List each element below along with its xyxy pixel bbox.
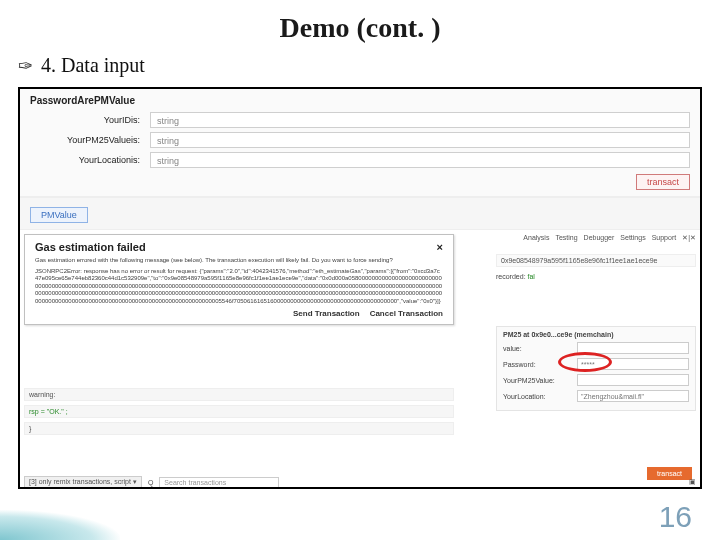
side-panel: 0x9e08548979a595f1165e8e96fc1f1ee1ae1ece… [496, 254, 696, 282]
modal-close-button[interactable]: × [437, 241, 443, 253]
pm25-value-label: value: [503, 345, 573, 352]
pm25-pm25value-field[interactable] [577, 374, 689, 386]
bullet-text: 4. Data input [41, 54, 145, 77]
pm25-pm25value-label: YourPM25Value: [503, 377, 573, 384]
cancel-transaction-button[interactable]: Cancel Transaction [370, 309, 443, 318]
search-input[interactable]: Search transactions [159, 477, 279, 488]
label-your-id: YourIDis: [30, 115, 150, 125]
label-pm25: YourPM25Valueis: [30, 135, 150, 145]
tab-debugger[interactable]: Debugger [584, 234, 615, 242]
form-row-pm25: YourPM25Valueis: string [30, 132, 690, 148]
pm25-value-field[interactable] [577, 342, 689, 354]
modal-body: Gas estimation errored with the followin… [35, 257, 443, 305]
form-panel: PasswordArePMValue YourIDis: string Your… [20, 89, 700, 197]
transact-button[interactable]: transact [636, 174, 690, 190]
screenshot-box: PasswordArePMValue YourIDis: string Your… [18, 87, 702, 489]
console-ok: rsp = "OK." ; [24, 405, 454, 418]
lower-area: Analysis Testing Debugger Settings Suppo… [20, 230, 700, 489]
bullet-row: ✑ 4. Data input [0, 50, 720, 87]
pm25-title: PM25 at 0x9e0...ce9e (memchain) [503, 331, 689, 338]
label-location: YourLocationis: [30, 155, 150, 165]
remix-tabs: Analysis Testing Debugger Settings Suppo… [523, 234, 696, 242]
side-address: 0x9e08548979a595f1165e8e96fc1f1ee1ae1ece… [496, 254, 696, 267]
form-row-location: YourLocationis: string [30, 152, 690, 168]
expand-icon[interactable]: ▣ [689, 478, 696, 486]
transact-row: transact [30, 172, 690, 194]
pm25-panel: PM25 at 0x9e0...ce9e (memchain) value: P… [496, 326, 696, 411]
console-area: warning: rsp = "OK." ; } [24, 388, 454, 439]
pm25-password-field[interactable]: ***** [577, 358, 689, 370]
bottom-bar: [3] only remix transactions, script ▾ Q … [24, 476, 696, 488]
page-number: 16 [659, 500, 692, 534]
pmvalue-row: PMValue [20, 197, 700, 230]
input-pm25[interactable]: string [150, 132, 690, 148]
tab-settings[interactable]: Settings [620, 234, 645, 242]
console-warning: warning: [24, 388, 454, 401]
input-location[interactable]: string [150, 152, 690, 168]
tab-testing[interactable]: Testing [555, 234, 577, 242]
modal-title: Gas estimation failed [35, 241, 146, 253]
close-icon[interactable]: ✕|✕ [682, 234, 696, 242]
input-your-id[interactable]: string [150, 112, 690, 128]
recorded-label: recorded: fal [496, 273, 696, 280]
pmvalue-button[interactable]: PMValue [30, 207, 88, 223]
form-panel-title: PasswordArePMValue [30, 95, 690, 106]
console-brace: } [24, 422, 454, 435]
search-icon: Q [148, 479, 153, 486]
slide-title: Demo (cont. ) [0, 0, 720, 50]
pm25-location-label: YourLocation: [503, 393, 573, 400]
send-transaction-button[interactable]: Send Transaction [293, 309, 360, 318]
form-row-id: YourIDis: string [30, 112, 690, 128]
pm25-location-field[interactable]: "Zhengzhou&maii.fl" [577, 390, 689, 402]
tab-support[interactable]: Support [652, 234, 677, 242]
slide-accent-icon [0, 510, 120, 540]
tx-filter-select[interactable]: [3] only remix transactions, script ▾ [24, 476, 142, 488]
modal-actions: Send Transaction Cancel Transaction [35, 309, 443, 318]
modal-error-detail: JSONRPC2Error: response has no error or … [35, 268, 443, 306]
pm25-password-label: Password: [503, 361, 573, 368]
gas-estimation-modal: Gas estimation failed × Gas estimation e… [24, 234, 454, 325]
modal-message: Gas estimation errored with the followin… [35, 257, 443, 265]
swirl-icon: ✑ [18, 55, 33, 77]
tab-analysis[interactable]: Analysis [523, 234, 549, 242]
